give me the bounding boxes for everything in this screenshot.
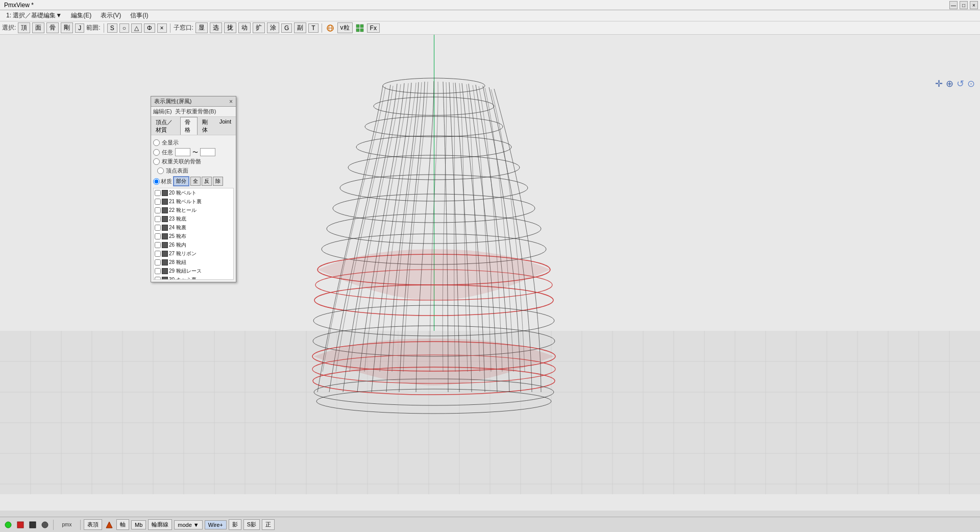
material-checkbox[interactable] <box>155 216 161 222</box>
nav-move-icon[interactable]: ✛ <box>935 78 943 89</box>
material-checkbox[interactable] <box>155 199 161 205</box>
tab-vertex-material[interactable]: 頂点／材質 <box>151 117 180 135</box>
tool-g[interactable]: G <box>281 23 292 33</box>
material-item[interactable]: 22 靴ヒール <box>154 206 233 214</box>
radio-all[interactable] <box>153 139 160 146</box>
tool-rigid[interactable]: 剛 <box>61 22 73 33</box>
status-shadow-btn[interactable]: 影 <box>229 519 241 530</box>
panel-menu-edit[interactable]: 編辑(E) <box>153 108 172 115</box>
menu-view[interactable]: 表示(V) <box>96 10 125 21</box>
mode-invert[interactable]: 反 <box>202 177 212 186</box>
status-circle-green[interactable] <box>3 520 13 530</box>
radio-vertex-row: 顶点表面 <box>157 167 234 175</box>
material-checkbox[interactable] <box>155 207 161 213</box>
minimize-button[interactable]: — <box>949 1 958 9</box>
material-item[interactable]: 23 靴底 <box>154 215 233 223</box>
status-axis-btn[interactable]: 軸 <box>116 519 129 530</box>
svg-marker-67 <box>106 522 112 528</box>
tool-vertex[interactable]: 頂 <box>18 22 30 33</box>
status-vertex-btn[interactable]: 表頂 <box>84 519 102 530</box>
material-item[interactable]: 30 キャミ裏 <box>154 276 233 280</box>
material-checkbox[interactable] <box>155 190 161 196</box>
status-triangle-icon[interactable] <box>104 520 114 530</box>
material-checkbox[interactable] <box>155 242 161 248</box>
material-checkbox[interactable] <box>155 251 161 257</box>
tool-vparticle[interactable]: v粒 <box>337 22 353 33</box>
nav-pan-icon[interactable]: ⊕ <box>946 78 953 89</box>
globe-icon[interactable] <box>325 23 335 33</box>
material-item[interactable]: 21 靴ベルト裏 <box>154 198 233 206</box>
radio-weight[interactable] <box>153 158 160 165</box>
nav-icons[interactable]: ✛ ⊕ ↺ ⊙ <box>935 78 975 89</box>
tool-copy[interactable]: 副 <box>294 22 306 33</box>
tab-skeleton[interactable]: 骨格 <box>180 117 198 135</box>
status-wire-btn[interactable]: Wire+ <box>205 520 227 529</box>
material-item[interactable]: 28 靴紐 <box>154 258 233 267</box>
radio-material[interactable] <box>153 178 160 185</box>
mode-partial[interactable]: 部分 <box>173 176 189 186</box>
material-checkbox[interactable] <box>155 233 161 239</box>
nav-zoom-icon[interactable]: ⊙ <box>967 78 975 89</box>
radio-any[interactable] <box>153 149 160 156</box>
tool-select2[interactable]: 选 <box>210 22 222 33</box>
tool-fx[interactable]: Fx <box>367 23 380 33</box>
tool-bone[interactable]: 骨 <box>46 22 59 33</box>
tool-fill[interactable]: 涂 <box>267 22 279 33</box>
tool-drag[interactable]: 拢 <box>224 22 236 33</box>
svg-rect-65 <box>30 522 36 528</box>
tool-t[interactable]: T <box>308 23 318 33</box>
tool-expand[interactable]: 扩 <box>253 22 265 33</box>
status-box-dark[interactable] <box>28 520 38 530</box>
tool-j[interactable]: J <box>75 23 84 33</box>
tool-s[interactable]: S <box>107 23 117 33</box>
tool-show[interactable]: 显 <box>195 22 208 33</box>
range-start[interactable] <box>175 148 190 156</box>
close-button[interactable]: × <box>970 1 978 9</box>
material-item[interactable]: 24 靴裏 <box>154 224 233 232</box>
tool-phi[interactable]: Φ <box>144 23 155 33</box>
material-checkbox[interactable] <box>155 277 161 280</box>
material-item[interactable]: 29 靴紐レース <box>154 267 233 275</box>
tool-move[interactable]: 动 <box>238 22 251 33</box>
status-mb-btn[interactable]: Mb <box>131 520 146 529</box>
status-ortho-btn[interactable]: 正 <box>262 519 275 530</box>
status-sshadow-btn[interactable]: S影 <box>243 519 260 530</box>
material-checkbox[interactable] <box>155 259 161 265</box>
status-outline-btn[interactable]: 輪廓線 <box>148 519 172 530</box>
material-name: 23 靴底 <box>169 215 186 223</box>
material-list[interactable]: 20 靴ベルト21 靴ベルト裏22 靴ヒール23 靴底24 靴裏25 靴布26 … <box>153 188 234 280</box>
maximize-button[interactable]: □ <box>960 1 968 9</box>
tool-triangle[interactable]: △ <box>131 23 142 33</box>
svg-rect-5 <box>356 29 359 32</box>
tab-joint[interactable]: Joint <box>215 117 236 135</box>
nav-rotate-icon[interactable]: ↺ <box>957 78 964 89</box>
tool-x[interactable]: × <box>157 23 167 33</box>
tool-circle[interactable]: ○ <box>119 23 129 33</box>
tab-rigid[interactable]: 剛体 <box>198 117 215 135</box>
panel-menu-bone[interactable]: 关于权重骨骼(B) <box>175 108 216 115</box>
status-mode-btn[interactable]: mode ▼ <box>174 520 202 529</box>
material-checkbox[interactable] <box>155 268 161 274</box>
material-item[interactable]: 20 靴ベルト <box>154 189 233 197</box>
material-item[interactable]: 27 靴リボン <box>154 250 233 258</box>
title-bar-controls[interactable]: — □ × <box>949 1 978 9</box>
display-panel: 表示属性(屏風) × 編辑(E) 关于权重骨骼(B) 頂点／材質 骨格 剛体 J… <box>151 96 236 282</box>
svg-point-46 <box>365 116 503 137</box>
range-end[interactable] <box>200 148 215 156</box>
status-box-red[interactable] <box>15 520 26 530</box>
menu-edit[interactable]: 編集(E) <box>67 10 95 21</box>
mode-all[interactable]: 全 <box>190 177 201 186</box>
menu-info[interactable]: 信事(I) <box>126 10 152 21</box>
status-circle-dark[interactable] <box>40 520 50 530</box>
menu-select[interactable]: 1: 選択／基礎編集▼ <box>2 10 66 21</box>
svg-point-66 <box>42 522 48 528</box>
grid-icon[interactable] <box>355 23 365 33</box>
panel-close-button[interactable]: × <box>229 98 233 105</box>
material-item[interactable]: 25 靴布 <box>154 232 233 240</box>
material-item[interactable]: 26 靴内 <box>154 241 233 249</box>
tool-face[interactable]: 面 <box>32 22 44 33</box>
mode-remove[interactable]: 除 <box>213 177 223 186</box>
material-checkbox[interactable] <box>155 225 161 231</box>
separator-3 <box>322 23 322 33</box>
radio-vertex[interactable] <box>157 167 164 174</box>
